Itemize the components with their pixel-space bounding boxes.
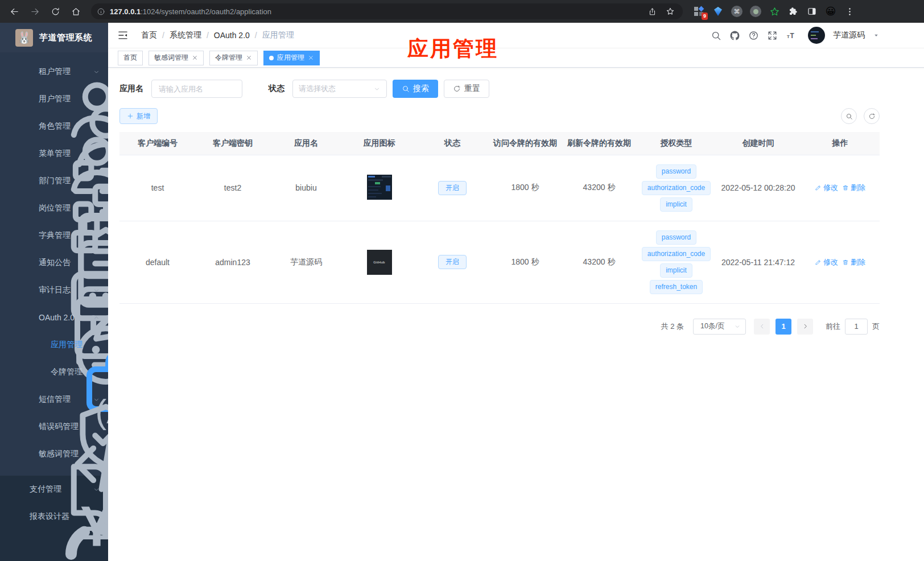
add-button[interactable]: 新增 [119,108,158,124]
robot-icon [20,312,31,323]
app-name-input[interactable] [151,80,242,98]
app-icon-image: GitHub [367,250,392,275]
fullscreen-icon[interactable] [767,30,778,41]
header-search-icon[interactable] [711,30,721,41]
refresh-table-button[interactable] [864,108,880,124]
sidebar-item-菜单管理[interactable]: 菜单管理 [0,140,108,167]
cell-app-icon [343,155,416,221]
search-icon [402,85,410,93]
breadcrumb-item-首页[interactable]: 首页 [141,30,157,40]
sidebar-item-通知公告[interactable]: 通知公告 [0,249,108,277]
breadcrumb-separator: / [255,31,257,40]
side-panel-icon[interactable] [805,4,819,19]
extension-grid-icon[interactable]: 9 [692,4,707,19]
grant-type-tag: refresh_token [650,280,703,294]
sidebar-collapse-icon[interactable] [117,30,129,41]
sidebar-item-label: 用户管理 [39,94,71,104]
user-avatar[interactable] [808,27,825,44]
cell-access-ttl: 1800 秒 [489,221,562,303]
sidebar-item-部门管理[interactable]: 部门管理 [0,167,108,195]
edit-icon [815,184,822,191]
chevron-down-icon [373,85,381,93]
edit-link[interactable]: 修改 [815,257,838,267]
goto-page-input[interactable] [845,319,868,335]
table-row: defaultadmin123芋道源码GitHub开启1800 秒43200 秒… [119,221,880,303]
breadcrumb-item-OAuth 2.0[interactable]: OAuth 2.0 [214,31,250,40]
column-header-授权类型: 授权类型 [637,132,716,155]
status-label: 状态 [269,84,284,94]
browser-forward-icon[interactable] [26,3,43,20]
browser-toolbar: 127.0.0.1:1024/system/oauth2/oauth2/appl… [0,0,924,23]
token-icon [32,367,43,377]
tab-应用管理[interactable]: 应用管理 [263,51,320,65]
status-select[interactable]: 请选择状态 [292,80,387,98]
cell-actions: 修改删除 [801,155,880,221]
sidebar-item-报表设计器[interactable]: 报表设计器 [0,503,108,530]
breadcrumb-item-系统管理[interactable]: 系统管理 [170,30,201,40]
sidebar-item-错误码管理[interactable]: 错误码管理 [0,413,108,440]
msg-icon [20,258,31,268]
app-logo[interactable]: 🐰 芋道管理系统 [0,23,108,52]
sidebar-item-令牌管理[interactable]: 令牌管理 [0,358,108,386]
bookmark-star-icon[interactable] [663,5,677,18]
sidebar-item-label: OAuth 2.0 [39,313,75,322]
share-icon[interactable] [645,5,659,18]
sidebar-item-敏感词管理[interactable]: 敏感词管理 [0,440,108,468]
browser-reload-icon[interactable] [47,3,64,20]
sidebar-item-租户管理[interactable]: 租户管理 [0,58,108,85]
cell-access-ttl: 1800 秒 [489,155,562,221]
extension-command-icon[interactable]: ⌘ [729,4,744,19]
github-icon[interactable] [729,30,740,41]
page-size-select[interactable]: 10条/页 [693,319,746,335]
user-name[interactable]: 芋道源码 [833,30,865,40]
sidebar-item-审计日志[interactable]: 审计日志 [0,277,108,304]
delete-link[interactable]: 删除 [842,183,865,193]
pagination: 共 2 条 10条/页 1 前往 页 [119,319,880,335]
tab-敏感词管理[interactable]: 敏感词管理 [148,51,204,65]
search-button[interactable]: 搜索 [393,80,438,98]
cell-app-icon: GitHub [343,221,416,303]
delete-link[interactable]: 删除 [842,257,865,267]
browser-home-icon[interactable] [67,3,84,20]
sidebar-item-角色管理[interactable]: 角色管理 [0,113,108,140]
close-tab-icon[interactable] [246,55,252,61]
delete-icon [842,259,849,266]
sidebar-item-字典管理[interactable]: 字典管理 [0,222,108,249]
browser-menu-icon[interactable] [842,4,857,19]
next-page-button[interactable] [797,319,813,335]
tab-令牌管理[interactable]: 令牌管理 [209,51,258,65]
sidebar-item-label: 字典管理 [39,230,71,241]
table-toolbar: 新增 [119,108,880,124]
sidebar-item-OAuth 2.0[interactable]: OAuth 2.0 [0,304,108,331]
browser-back-icon[interactable] [6,3,23,20]
url-text: 127.0.0.1:1024/system/oauth2/oauth2/appl… [110,7,641,16]
badge-icon [20,203,31,213]
breadcrumb-item-应用管理: 应用管理 [262,30,294,40]
sidebar-item-岗位管理[interactable]: 岗位管理 [0,195,108,222]
extension-recorder-icon[interactable] [748,4,763,19]
address-bar[interactable]: 127.0.0.1:1024/system/oauth2/oauth2/appl… [91,3,683,19]
edit-link[interactable]: 修改 [815,183,838,193]
help-icon[interactable] [748,30,759,41]
user-menu-caret-icon[interactable] [873,32,880,39]
profile-avatar-icon[interactable]: 😀 [823,4,838,19]
sidebar-item-用户管理[interactable]: 用户管理 [0,85,108,113]
close-tab-icon[interactable] [192,55,198,61]
extension-green-star-icon[interactable] [767,4,782,19]
extensions-puzzle-icon[interactable] [786,4,801,19]
site-info-icon[interactable] [97,7,105,16]
sidebar-item-支付管理[interactable]: 支付管理 [0,476,108,503]
prev-page-button[interactable] [754,319,770,335]
font-size-icon[interactable] [786,30,797,41]
sidebar-item-应用管理[interactable]: 应用管理 [0,331,108,358]
column-header-应用名: 应用名 [270,132,343,155]
current-page-button[interactable]: 1 [776,319,791,335]
tab-首页[interactable]: 首页 [118,51,143,65]
reset-button[interactable]: 重置 [444,80,489,98]
sidebar-item-label: 菜单管理 [39,148,71,159]
toggle-search-button[interactable] [841,108,857,124]
extension-gem-icon[interactable] [711,4,725,19]
sidebar-item-短信管理[interactable]: 短信管理 [0,386,108,413]
close-tab-icon[interactable] [308,55,314,61]
tab-label: 令牌管理 [215,53,242,63]
